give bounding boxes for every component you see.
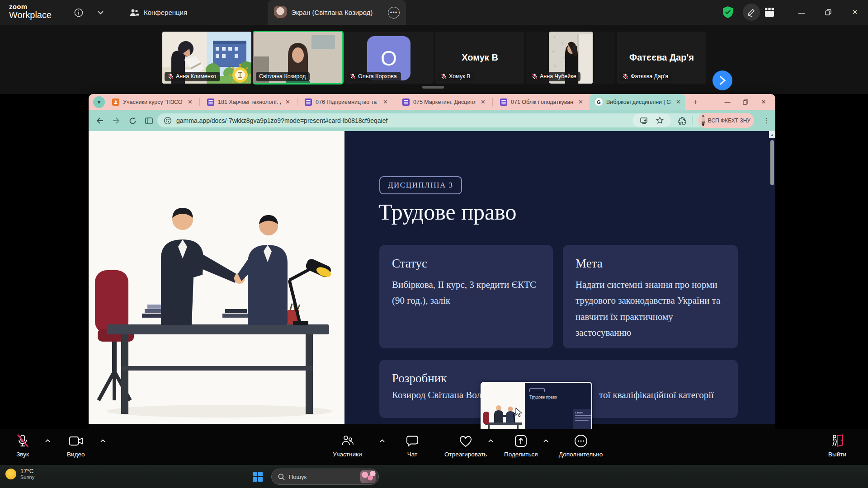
browser-tab[interactable]: 181 Харчові технології. Д ✕ xyxy=(202,94,295,110)
browser-profile-chip[interactable]: ВСП ФКБХТ ЗНУ xyxy=(698,113,754,128)
tab-strip: ▼ Учасники курсу "ПЗСО ВІ ✕ 181 Харчові … xyxy=(89,94,775,110)
tab-conference[interactable]: Конференция xyxy=(121,0,195,25)
sun-icon xyxy=(5,469,16,479)
share-screen-button[interactable]: Поделиться xyxy=(504,433,538,458)
avatar xyxy=(274,6,287,19)
doc-favicon xyxy=(402,99,410,106)
weather-temp: 17°C xyxy=(20,468,34,474)
browser-tab[interactable]: 071 Облік і оподаткуванн ✕ xyxy=(495,94,588,110)
info-icon[interactable] xyxy=(72,6,85,19)
tab-screen-share[interactable]: Экран (Світлана Козирод) ••• xyxy=(268,0,406,25)
extensions-puzzle-icon[interactable] xyxy=(676,115,688,127)
windows-logo-icon xyxy=(252,471,263,482)
browser-tab-active[interactable]: G Вибіркові дисципліни | G ✕ xyxy=(590,94,685,110)
participants-options-chevron[interactable] xyxy=(380,439,385,442)
tab-close-icon[interactable]: ✕ xyxy=(382,99,389,105)
close-button[interactable]: ✕ xyxy=(847,5,863,19)
leave-meeting-icon xyxy=(830,434,844,448)
discipline-badge: ДИСЦИПЛІНА 3 xyxy=(379,176,462,194)
meta-card-body: Надати системні знання про норми трудово… xyxy=(576,277,725,341)
participant-tile[interactable]: Фатєєва Дар'я Фатєєва Дар'я xyxy=(617,32,706,84)
mic-muted-icon xyxy=(350,73,356,80)
security-shield-icon[interactable] xyxy=(722,6,734,19)
install-app-icon[interactable] xyxy=(640,117,648,124)
participant-strip: Анна Клименко Світлана Козирод О Ольга К… xyxy=(0,25,868,94)
scrollbar-up-button[interactable]: ▲ xyxy=(769,131,775,138)
participant-tile[interactable]: Хомук В Хомук В xyxy=(435,32,524,84)
thumbnail-title: Трудове право xyxy=(529,394,587,399)
developer-text-right: тої кваліфікаційної категорії xyxy=(599,389,714,401)
reload-icon[interactable] xyxy=(127,115,138,127)
restore-button[interactable] xyxy=(821,5,836,19)
participant-tile[interactable]: Анна Клименко xyxy=(162,32,251,84)
browser-menu-icon[interactable]: ⋮ xyxy=(762,114,771,127)
zoom-controls-bar: Звук Видео Участники 7 xyxy=(0,429,868,465)
more-options-icon[interactable]: ••• xyxy=(388,7,400,19)
start-button[interactable] xyxy=(252,471,263,482)
annotate-pencil-icon[interactable] xyxy=(743,4,760,21)
audio-button[interactable]: Звук xyxy=(16,433,29,458)
chat-bubble-icon xyxy=(406,435,419,447)
slide-thumbnail-preview[interactable]: Трудове право Статус Мета xyxy=(481,382,592,429)
next-participants-button[interactable] xyxy=(712,70,732,90)
mic-muted-icon xyxy=(623,73,628,80)
taskbar-weather-widget[interactable]: 17°C Sunny xyxy=(5,468,34,480)
forward-icon[interactable] xyxy=(110,115,122,127)
participant-tile[interactable]: Анна Чубейке xyxy=(526,32,615,84)
back-icon[interactable] xyxy=(94,115,106,127)
browser-tab[interactable]: Учасники курсу "ПЗСО ВІ ✕ xyxy=(107,94,197,110)
more-button[interactable]: Дополнительно xyxy=(559,433,603,458)
browser-minimize-button[interactable]: — xyxy=(721,96,734,108)
audio-options-chevron[interactable] xyxy=(45,439,50,442)
minimize-button[interactable]: — xyxy=(794,5,809,19)
browser-tab[interactable]: 076 Підприємництво та т ✕ xyxy=(299,94,392,110)
more-ellipsis-icon xyxy=(574,434,588,448)
side-panel-icon[interactable] xyxy=(143,115,155,127)
tab-close-icon[interactable]: ✕ xyxy=(675,99,682,105)
participant-name-badge: Ольга Корхова xyxy=(347,72,401,81)
share-options-chevron[interactable] xyxy=(543,439,548,442)
participant-name-badge: Хомук В xyxy=(438,72,474,81)
weather-condition: Sunny xyxy=(20,474,34,480)
thumbnail-badge xyxy=(529,388,545,392)
participant-tile[interactable]: О Ольга Корхова xyxy=(344,32,434,84)
participant-tile-speaking[interactable]: Світлана Козирод xyxy=(254,32,343,84)
react-button[interactable]: Отреагировать xyxy=(444,433,487,458)
video-options-chevron[interactable] xyxy=(100,439,105,442)
tab-close-icon[interactable]: ✕ xyxy=(187,99,193,105)
slide-illustration xyxy=(89,131,344,424)
zoom-workplace-logo: zoom Workplace xyxy=(9,3,52,20)
taskbar-search[interactable]: Пошук xyxy=(271,469,379,485)
heart-icon xyxy=(459,435,472,447)
tab-close-icon[interactable]: ✕ xyxy=(577,99,584,105)
browser-close-button[interactable]: ✕ xyxy=(757,96,770,108)
status-card: Статус Вибіркова, ІІ курс, 3 кредити ЄКТ… xyxy=(379,245,553,348)
leave-button[interactable]: Выйти xyxy=(828,433,846,458)
doc-favicon xyxy=(305,99,312,106)
chat-button[interactable]: Чат xyxy=(406,433,419,458)
video-button[interactable]: Видео xyxy=(67,433,85,458)
participant-name-badge: Анна Чубейке xyxy=(528,72,580,81)
people-icon xyxy=(129,9,139,17)
apps-grid-icon[interactable] xyxy=(763,6,776,19)
bookmark-star-icon[interactable] xyxy=(656,117,664,124)
zoom-titlebar: zoom Workplace Конференция Экран (Світла… xyxy=(0,0,868,25)
tab-close-icon[interactable]: ✕ xyxy=(480,99,486,105)
profile-avatar xyxy=(702,115,705,126)
browser-restore-button[interactable] xyxy=(739,96,752,108)
chevron-down-icon[interactable] xyxy=(94,6,107,19)
search-icon xyxy=(278,474,285,480)
resize-handle[interactable] xyxy=(422,86,444,89)
participants-button[interactable]: Участники xyxy=(333,433,362,458)
conference-tab-label: Конференция xyxy=(144,9,187,16)
tab-search-chevron-icon[interactable]: ▼ xyxy=(93,96,105,108)
chevron-right-icon xyxy=(719,76,726,85)
mouse-cursor xyxy=(515,408,523,418)
bottom-strip xyxy=(89,424,775,429)
react-options-chevron[interactable] xyxy=(488,439,493,442)
developer-text-left: Козирод Світлана Вол xyxy=(392,389,481,401)
scrollbar-thumb[interactable] xyxy=(770,140,774,185)
browser-tab[interactable]: 075 Маркетинг. Дисциплі ✕ xyxy=(397,94,490,110)
new-tab-button[interactable]: + xyxy=(690,97,701,108)
tab-close-icon[interactable]: ✕ xyxy=(284,99,291,105)
